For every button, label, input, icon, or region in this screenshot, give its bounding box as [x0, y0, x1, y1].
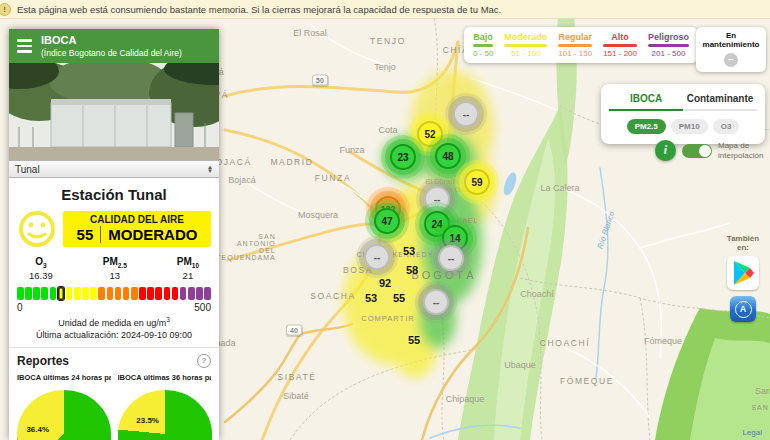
station-marker[interactable]: 59 [464, 169, 490, 195]
scale-segment [25, 287, 32, 300]
report-chart-title: IBOCA últimas 24 horas para... [17, 373, 111, 382]
station-marker[interactable]: 23 [390, 144, 416, 170]
info-icon[interactable]: i [655, 140, 676, 161]
place-label: Sibaté [283, 391, 309, 401]
station-marker[interactable]: -- [453, 101, 479, 127]
station-value-label[interactable]: 55 [408, 334, 420, 346]
place-label: FÓMEQUE [560, 376, 614, 386]
sidebar-header: IBOCA (Índice Bogotano de Calidad del Ai… [9, 29, 219, 63]
report-chart: IBOCA últimas 36 horas para...76.5%23.5% [118, 373, 212, 440]
station-photo [9, 63, 219, 160]
scale-segment [41, 287, 48, 300]
station-marker[interactable]: -- [438, 245, 464, 271]
pill-o3[interactable]: O3 [713, 119, 740, 134]
place-label: Tenjo [374, 62, 396, 72]
pollutant: PM2.513 [103, 256, 127, 281]
maintenance-icon: – [724, 53, 738, 67]
legend-item: Regular101 - 150 [558, 32, 592, 58]
place-label: BOGOTÁ [411, 269, 476, 281]
station-marker[interactable]: -- [364, 244, 390, 270]
maintenance-legend: En mantenimiento – [696, 27, 766, 72]
place-label: Fómeque [644, 336, 682, 346]
station-selector-value: Tunal [15, 164, 40, 175]
also-available-label: También en: [722, 234, 764, 252]
place-label: San Juan [755, 386, 770, 396]
scale-segment [50, 287, 57, 300]
legend-item: Bajo0 - 50 [473, 32, 493, 58]
tab-contaminante[interactable]: Contaminante [683, 93, 757, 111]
scale-segment [188, 287, 195, 300]
scale-min: 0 [17, 302, 23, 313]
scale-segment [33, 287, 40, 300]
place-label: TENJO [370, 36, 406, 46]
station-sidebar: IBOCA (Índice Bogotano de Calidad del Ai… [9, 29, 219, 440]
reports-title: Reportes [17, 354, 69, 368]
road-shield: 40 [286, 325, 302, 336]
aqi-legend: Bajo0 - 50Moderado51 - 100Regular101 - 1… [464, 27, 698, 63]
place-label: La Calera [540, 183, 579, 193]
station-marker[interactable]: 52 [417, 121, 443, 147]
app-subtitle: (Índice Bogotano de Calidad del Aire) [41, 48, 182, 58]
scale-segment [180, 287, 187, 300]
interpolation-control: i Mapa de interpolación [655, 140, 766, 161]
station-marker[interactable]: -- [424, 186, 450, 212]
place-label: SAN ANTONIO DEL TEQUENDAMA [216, 233, 275, 261]
scale-segment [131, 287, 138, 300]
pie-chart: 76.5%23.5% [118, 390, 212, 440]
place-label: Funza [339, 145, 364, 155]
aqi-box-label: CALIDAD DEL AIRE [65, 214, 209, 225]
station-value-label[interactable]: 53 [365, 292, 377, 304]
app-store-badge[interactable]: A [730, 296, 756, 322]
place-label: Ubaque [504, 360, 536, 370]
aqi-box: CALIDAD DEL AIRE 55MODERADO [63, 211, 211, 247]
scale-segment [90, 287, 97, 300]
scale-segment [17, 287, 24, 300]
warning-icon: ! [0, 3, 11, 16]
help-icon[interactable]: ? [197, 354, 211, 368]
menu-icon[interactable] [17, 39, 32, 53]
smiley-icon [17, 209, 57, 249]
station-value-label[interactable]: 58 [406, 264, 418, 276]
also-available: También en: A [722, 234, 764, 322]
pill-pm2.5[interactable]: PM2.5 [627, 119, 666, 134]
place-label: COMPARTIR [361, 314, 414, 323]
google-play-badge[interactable] [727, 256, 759, 290]
station-selector-arrows-icon[interactable]: ▲▼ [207, 165, 213, 173]
place-label: SOACHA [310, 291, 356, 301]
place-label: RAFAEL [446, 217, 479, 224]
tab-iboca[interactable]: IBOCA [609, 93, 683, 111]
pollutant: PM1021 [177, 256, 199, 281]
station-marker[interactable]: 48 [435, 143, 461, 169]
station-marker[interactable]: -- [423, 289, 449, 315]
place-label: MADRID [270, 157, 313, 167]
interpolation-toggle[interactable] [682, 144, 712, 158]
scale-segment [204, 287, 211, 300]
legal-link[interactable]: Legal [742, 428, 762, 437]
legend-item: Peligroso201 - 500 [648, 32, 689, 58]
maintenance-label: En mantenimiento [701, 31, 761, 49]
place-label: SAN JUANITO [751, 404, 770, 411]
google-play-icon [731, 260, 755, 286]
pie-chart: 63.6%36.4% [17, 390, 111, 440]
pollutant-readings: O316.39PM2.513PM1021 [17, 256, 211, 281]
scale-segment [58, 287, 65, 300]
place-label: SIBATÉ [277, 372, 316, 382]
place-label: Cota [378, 125, 397, 135]
app-store-icon: A [735, 301, 752, 318]
app-title: IBOCA [41, 34, 182, 47]
station-marker[interactable]: 47 [374, 208, 400, 234]
place-label: CHOACHÍ [540, 338, 590, 348]
pie-slice-label: 23.5% [136, 416, 159, 425]
pill-pm10[interactable]: PM10 [671, 119, 708, 134]
station-value-label[interactable]: 53 [403, 245, 415, 257]
place-label: Chipaque [446, 394, 485, 404]
road-shield: 50 [312, 75, 328, 86]
scale-segment [98, 287, 105, 300]
pie-slice-label: 36.4% [26, 425, 49, 434]
station-value-label[interactable]: 55 [393, 292, 405, 304]
station-selector[interactable]: Tunal ▲▼ [9, 160, 219, 178]
layer-control-panel: IBOCAContaminante PM2.5PM10O3 [601, 84, 765, 144]
place-label: El Rosal [293, 28, 327, 38]
station-value-label[interactable]: 92 [379, 277, 391, 289]
aqi-value: 55 [77, 226, 94, 243]
